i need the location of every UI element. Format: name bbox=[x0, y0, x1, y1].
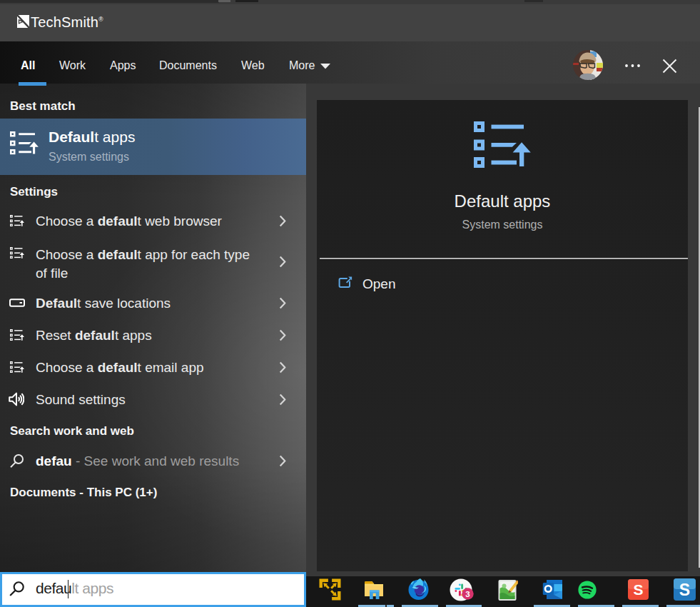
svg-text:S: S bbox=[633, 581, 643, 598]
svg-text:S: S bbox=[679, 581, 690, 599]
svg-text:3: 3 bbox=[465, 590, 470, 598]
